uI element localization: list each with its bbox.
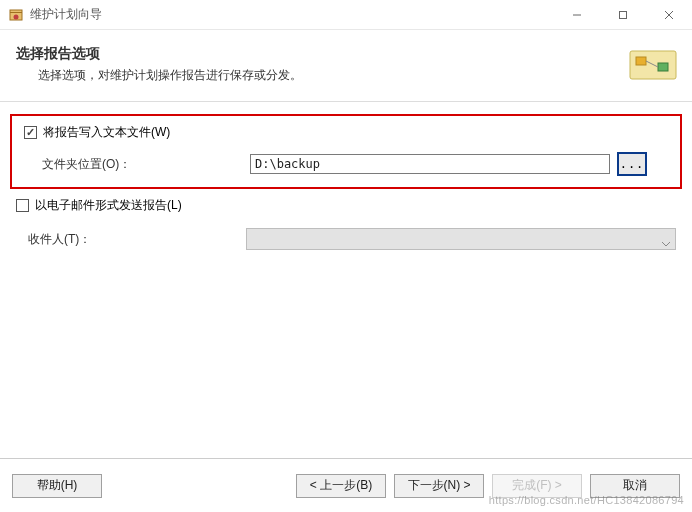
window-title: 维护计划向导: [30, 6, 554, 23]
finish-button: 完成(F) >: [492, 474, 582, 498]
maximize-button[interactable]: [600, 0, 646, 30]
recipient-label: 收件人(T)：: [28, 231, 240, 248]
svg-rect-1: [10, 12, 22, 13]
minimize-button[interactable]: [554, 0, 600, 30]
wizard-content: 将报告写入文本文件(W) 文件夹位置(O)： ... 以电子邮件形式发送报告(L…: [0, 102, 692, 458]
window-controls: [554, 0, 692, 30]
folder-input[interactable]: [250, 154, 610, 174]
write-report-row: 将报告写入文本文件(W): [22, 124, 670, 141]
write-report-checkbox[interactable]: [24, 126, 37, 139]
recipient-select[interactable]: [246, 228, 676, 250]
highlight-box: 将报告写入文本文件(W) 文件夹位置(O)： ...: [10, 114, 682, 189]
close-button[interactable]: [646, 0, 692, 30]
recipient-row: 收件人(T)：: [28, 228, 682, 250]
page-subtitle: 选择选项，对维护计划操作报告进行保存或分发。: [16, 67, 628, 84]
svg-rect-4: [620, 11, 627, 18]
wizard-header: 选择报告选项 选择选项，对维护计划操作报告进行保存或分发。: [0, 30, 692, 102]
folder-label: 文件夹位置(O)：: [42, 156, 242, 173]
email-report-row: 以电子邮件形式发送报告(L): [14, 197, 682, 214]
cancel-button[interactable]: 取消: [590, 474, 680, 498]
folder-row: 文件夹位置(O)： ...: [42, 153, 670, 175]
wizard-graphic-icon: [628, 45, 678, 85]
help-button[interactable]: 帮助(H): [12, 474, 102, 498]
page-title: 选择报告选项: [16, 45, 628, 63]
wizard-footer: 帮助(H) < 上一步(B) 下一步(N) > 完成(F) > 取消: [0, 458, 692, 512]
browse-button[interactable]: ...: [618, 153, 646, 175]
chevron-down-icon: [661, 236, 671, 242]
svg-rect-8: [636, 57, 646, 65]
back-button[interactable]: < 上一步(B): [296, 474, 386, 498]
svg-rect-9: [658, 63, 668, 71]
write-report-label: 将报告写入文本文件(W): [43, 124, 170, 141]
app-icon: [8, 7, 24, 23]
svg-point-2: [14, 14, 19, 19]
titlebar: 维护计划向导: [0, 0, 692, 30]
email-report-label: 以电子邮件形式发送报告(L): [35, 197, 182, 214]
next-button[interactable]: 下一步(N) >: [394, 474, 484, 498]
email-report-checkbox[interactable]: [16, 199, 29, 212]
